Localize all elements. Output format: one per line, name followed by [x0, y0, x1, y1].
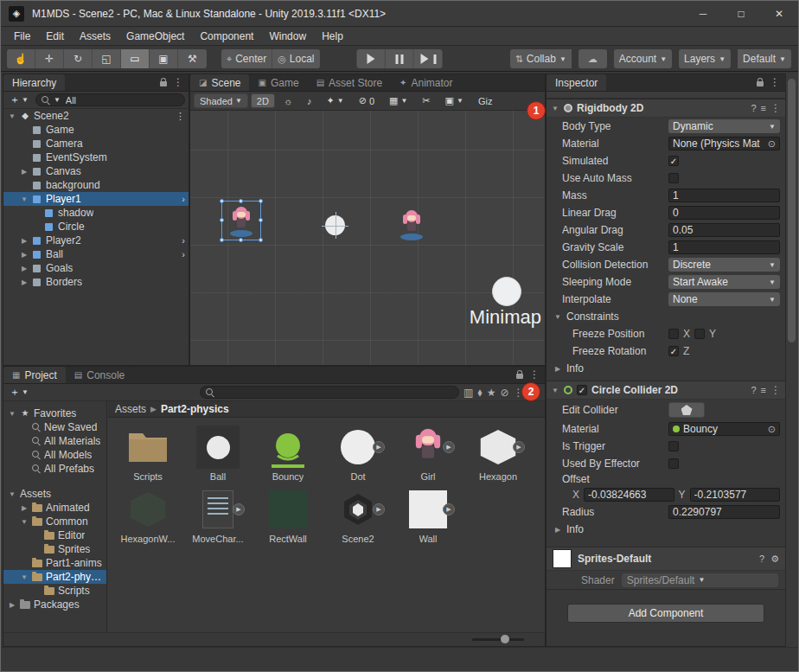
rigidbody2d-header[interactable]: ▼ Rigidbody 2D ? ≡ ⋮	[547, 99, 785, 118]
hierarchy-item-background[interactable]: background	[3, 178, 189, 192]
project-search-input[interactable]	[218, 387, 453, 399]
panel-menu-icon[interactable]: ⋮	[173, 76, 183, 88]
body-type-dropdown[interactable]: Dynamic▼	[668, 119, 780, 133]
edit-collider-button[interactable]	[668, 402, 705, 418]
help-icon[interactable]: ?	[759, 554, 764, 564]
lock-icon[interactable]	[516, 374, 523, 379]
hierarchy-item-borders[interactable]: ▶Borders	[3, 275, 189, 289]
menu-assets[interactable]: Assets	[72, 29, 118, 44]
gravity-scale-input[interactable]	[673, 241, 776, 253]
offset-y-input[interactable]	[694, 489, 776, 501]
interpolate-dropdown[interactable]: None▼	[668, 292, 780, 306]
tree-new-saved[interactable]: New Saved	[3, 420, 106, 434]
asset-girl[interactable]: ▶ Girl	[395, 425, 461, 482]
collab-dropdown[interactable]: ⇅Collab▼	[510, 49, 572, 68]
breadcrumb-assets[interactable]: Assets	[115, 403, 146, 415]
tree-all-models[interactable]: All Models	[3, 448, 106, 462]
move-tool-button[interactable]: ✛	[35, 49, 64, 68]
effects-dropdown[interactable]: ✦▼	[321, 93, 350, 108]
freeze-position-y-checkbox[interactable]	[694, 329, 705, 339]
foldout-icon[interactable]: ▶	[8, 601, 16, 609]
foldout-icon[interactable]: ▼	[20, 573, 29, 581]
cloud-services-button[interactable]: ☁	[578, 49, 607, 68]
custom-tool-button[interactable]: ⚒	[178, 49, 207, 68]
menu-help[interactable]: Help	[314, 29, 351, 44]
shading-mode-dropdown[interactable]: Shaded▼	[194, 93, 248, 108]
favorites-search-icon[interactable]: ★	[487, 387, 496, 399]
foldout-icon[interactable]: ▼	[553, 313, 562, 321]
angular-drag-input[interactable]	[673, 224, 776, 236]
tab-asset-store[interactable]: ▤Asset Store	[308, 74, 391, 91]
collision-detection-dropdown[interactable]: Discrete▼	[668, 258, 780, 272]
scene-camera-dropdown[interactable]: ▣▼	[439, 93, 470, 108]
close-button[interactable]: ✕	[760, 1, 798, 26]
tree-animated[interactable]: ▶Animated	[3, 501, 106, 515]
menu-component[interactable]: Component	[192, 29, 261, 44]
transform-tool-button[interactable]: ▣	[150, 49, 178, 68]
panel-menu-icon[interactable]: ⋮	[770, 76, 780, 88]
shader-dropdown[interactable]: Sprites/Default▼	[622, 573, 778, 587]
mass-input[interactable]	[673, 189, 776, 202]
search-by-label-icon[interactable]: ⬧	[477, 387, 482, 399]
sleeping-mode-dropdown[interactable]: Start Awake▼	[668, 275, 780, 289]
asset-bouncy[interactable]: Bouncy	[255, 425, 321, 482]
prefab-open-icon[interactable]: ›	[182, 235, 185, 246]
minimize-button[interactable]: ─	[684, 1, 722, 26]
tree-assets[interactable]: ▼Assets	[3, 487, 106, 501]
expand-sub-assets-icon[interactable]: ▶	[373, 503, 385, 515]
hierarchy-item-circle[interactable]: Circle	[3, 220, 189, 234]
foldout-icon[interactable]: ▼	[8, 490, 16, 498]
asset-wall[interactable]: ▶ Wall	[395, 487, 461, 544]
tab-inspector[interactable]: Inspector	[547, 74, 606, 91]
is-trigger-checkbox[interactable]	[668, 441, 679, 451]
ball-sprite[interactable]	[325, 215, 345, 235]
gear-icon[interactable]: ⚙	[770, 554, 779, 565]
menu-edit[interactable]: Edit	[38, 29, 72, 44]
2d-mode-toggle[interactable]: 2D	[251, 93, 275, 108]
grid-visibility-dropdown[interactable]: ▦▼	[383, 93, 413, 108]
hierarchy-item-canvas[interactable]: ▶Canvas	[3, 164, 189, 178]
hierarchy-item-game[interactable]: Game	[3, 123, 189, 137]
expand-sub-assets-icon[interactable]: ▶	[373, 441, 385, 453]
menu-gameobject[interactable]: GameObject	[118, 29, 192, 44]
player1-sprite[interactable]	[231, 206, 252, 234]
component-menu-icon[interactable]: ⋮	[770, 102, 781, 114]
account-dropdown[interactable]: Account▼	[614, 49, 672, 68]
hierarchy-item-shadow[interactable]: shadow	[3, 206, 189, 220]
rotate-tool-button[interactable]: ↻	[64, 49, 93, 68]
layout-dropdown[interactable]: Default▼	[738, 49, 791, 68]
pause-button[interactable]	[386, 49, 414, 68]
step-button[interactable]	[414, 49, 443, 68]
foldout-icon[interactable]: ▼	[20, 195, 29, 203]
tree-all-materials[interactable]: All Materials	[3, 434, 106, 448]
expand-sub-assets-icon[interactable]: ▶	[513, 441, 525, 453]
object-picker-icon[interactable]: ⊙	[768, 138, 776, 150]
tab-game[interactable]: ▣Game	[249, 74, 307, 91]
thumbnail-zoom-slider[interactable]	[472, 638, 524, 641]
component-menu-icon[interactable]: ⋮	[770, 384, 781, 396]
presets-icon[interactable]: ≡	[761, 103, 766, 113]
hierarchy-item-ball[interactable]: ▶Ball›	[3, 247, 189, 261]
scene-viewport[interactable]: Minimap	[190, 111, 545, 365]
hierarchy-item-eventsystem[interactable]: EventSystem	[3, 150, 189, 164]
hierarchy-item-player1[interactable]: ▼Player1›	[3, 192, 189, 206]
tree-scripts[interactable]: Scripts	[3, 584, 106, 598]
use-auto-mass-checkbox[interactable]	[668, 173, 679, 183]
tab-project[interactable]: ▦Project	[3, 367, 66, 383]
collider-info-foldout[interactable]: ▶Info	[547, 521, 785, 538]
create-asset-button[interactable]: ＋▼	[7, 385, 31, 400]
tree-editor[interactable]: Editor	[3, 528, 106, 542]
pivot-center-toggle[interactable]: ⌖Center	[221, 49, 272, 68]
used-by-effector-checkbox[interactable]	[668, 458, 679, 469]
hidden-objects-toggle[interactable]: ⊘0	[353, 93, 380, 108]
expand-sub-assets-icon[interactable]: ▶	[233, 503, 245, 515]
lock-icon[interactable]	[757, 81, 764, 86]
add-component-button[interactable]: Add Component	[567, 604, 764, 623]
scene-lighting-toggle[interactable]: ☼	[278, 93, 298, 108]
project-search[interactable]	[200, 386, 459, 399]
asset-ball[interactable]: Ball	[185, 425, 251, 482]
hand-tool-button[interactable]: ☝	[7, 49, 35, 68]
layers-dropdown[interactable]: Layers▼	[679, 49, 731, 68]
foldout-icon[interactable]: ▶	[20, 237, 29, 245]
foldout-icon[interactable]: ▼	[551, 105, 559, 112]
